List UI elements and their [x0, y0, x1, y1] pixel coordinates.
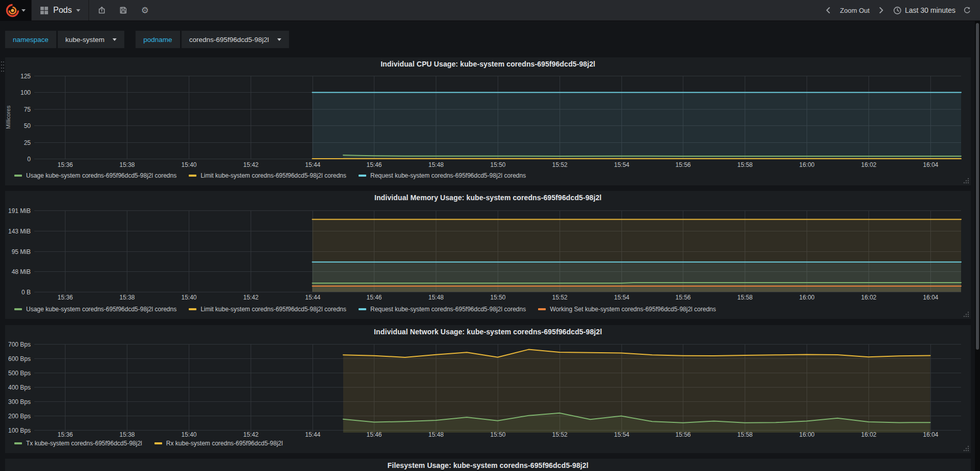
panel-title[interactable]: Filesystem Usage: kube-system coredns-69…	[5, 461, 971, 469]
svg-text:15:54: 15:54	[614, 294, 629, 301]
svg-text:16:02: 16:02	[861, 161, 876, 168]
network-chart-legend: Tx kube-system coredns-695f96dcd5-98j2lR…	[14, 440, 283, 447]
settings-button[interactable]: ⚙	[139, 5, 150, 16]
panel-filesystem-usage: Filesystem Usage: kube-system coredns-69…	[5, 459, 971, 471]
panel-drag-handle[interactable]	[0, 59, 5, 74]
variable-podname-value-text: coredns-695f96dcd5-98j2l	[189, 36, 269, 44]
panel-resize-grip[interactable]	[963, 177, 969, 184]
svg-text:15:44: 15:44	[305, 294, 320, 301]
svg-text:15:46: 15:46	[366, 161, 382, 168]
svg-text:50: 50	[24, 122, 31, 130]
legend-label: Limit kube-system coredns-695f96dcd5-98j…	[201, 306, 346, 313]
chevron-down-icon	[21, 9, 26, 12]
clock-icon	[893, 6, 902, 15]
svg-text:200 Bps: 200 Bps	[8, 413, 31, 420]
network-usage-chart[interactable]: 15:3615:3815:4015:4215:4415:4615:4815:50…	[5, 325, 971, 453]
panel-cpu-usage: Individual CPU Usage: kube-system coredn…	[5, 57, 971, 185]
svg-text:15:38: 15:38	[119, 161, 135, 168]
panel-resize-grip[interactable]	[963, 445, 969, 452]
svg-text:600 Bps: 600 Bps	[8, 355, 31, 362]
svg-text:0 B: 0 B	[21, 289, 31, 296]
legend-color-swatch	[359, 175, 366, 177]
svg-text:400 Bps: 400 Bps	[8, 384, 31, 391]
chevron-down-icon	[277, 38, 281, 41]
scrollbar-thumb[interactable]	[976, 23, 979, 350]
svg-text:125: 125	[20, 73, 31, 80]
svg-text:95 MiB: 95 MiB	[12, 248, 31, 255]
share-icon	[98, 6, 106, 14]
legend-item-working-set[interactable]: Working Set kube-system coredns-695f96dc…	[538, 306, 716, 313]
cpu-chart-legend: Usage kube-system coredns-695f96dcd5-98j…	[14, 172, 526, 179]
svg-text:16:04: 16:04	[923, 294, 938, 301]
legend-color-swatch	[538, 308, 546, 310]
svg-text:100 Bps: 100 Bps	[8, 427, 31, 434]
svg-text:15:56: 15:56	[675, 161, 691, 168]
legend-label: Usage kube-system coredns-695f96dcd5-98j…	[26, 306, 176, 313]
svg-text:15:36: 15:36	[57, 431, 73, 438]
refresh-button[interactable]	[962, 5, 973, 16]
scrollbar-track[interactable]	[975, 21, 980, 471]
variable-namespace-label[interactable]: namespace	[5, 31, 56, 48]
save-button[interactable]	[118, 5, 129, 16]
legend-color-swatch	[189, 308, 196, 310]
svg-text:15:42: 15:42	[243, 294, 258, 301]
time-back-button[interactable]	[822, 5, 834, 16]
variable-podname-value[interactable]: coredns-695f96dcd5-98j2l	[182, 31, 289, 48]
time-range-picker[interactable]: Last 30 minutes	[893, 6, 955, 15]
svg-text:15:44: 15:44	[305, 161, 320, 168]
legend-item-request[interactable]: Request kube-system coredns-695f96dcd5-9…	[359, 172, 526, 179]
template-variables: namespace kube-system podname coredns-69…	[5, 31, 300, 48]
legend-color-swatch	[359, 308, 366, 310]
svg-text:15:52: 15:52	[552, 294, 567, 301]
svg-text:15:58: 15:58	[737, 294, 752, 301]
navbar-actions: ⚙	[89, 0, 158, 20]
svg-text:16:00: 16:00	[799, 161, 814, 168]
svg-text:15:36: 15:36	[57, 294, 73, 301]
svg-text:15:46: 15:46	[366, 294, 382, 301]
variable-podname-label[interactable]: podname	[136, 31, 180, 48]
memory-chart-legend: Usage kube-system coredns-695f96dcd5-98j…	[14, 306, 716, 313]
svg-text:15:42: 15:42	[243, 431, 258, 438]
svg-text:16:00: 16:00	[799, 294, 814, 301]
svg-text:15:52: 15:52	[552, 161, 567, 168]
chevron-left-icon	[825, 7, 831, 14]
chevron-right-icon	[878, 7, 884, 14]
svg-text:75: 75	[24, 106, 31, 113]
svg-text:15:50: 15:50	[490, 161, 505, 168]
legend-item-request[interactable]: Request kube-system coredns-695f96dcd5-9…	[359, 306, 526, 313]
legend-item-limit[interactable]: Limit kube-system coredns-695f96dcd5-98j…	[189, 306, 346, 313]
svg-text:300 Bps: 300 Bps	[8, 398, 31, 405]
dashboard-picker[interactable]: Pods	[32, 0, 89, 20]
svg-text:15:36: 15:36	[57, 161, 73, 168]
legend-item-tx[interactable]: Tx kube-system coredns-695f96dcd5-98j2l	[14, 440, 142, 447]
svg-text:15:54: 15:54	[614, 161, 629, 168]
legend-item-usage[interactable]: Usage kube-system coredns-695f96dcd5-98j…	[14, 172, 176, 179]
svg-text:15:56: 15:56	[675, 294, 691, 301]
legend-item-rx[interactable]: Rx kube-system coredns-695f96dcd5-98j2l	[154, 440, 283, 447]
svg-text:15:38: 15:38	[119, 431, 135, 438]
svg-text:15:48: 15:48	[428, 294, 443, 301]
legend-label: Request kube-system coredns-695f96dcd5-9…	[370, 172, 526, 179]
legend-color-swatch	[189, 175, 196, 177]
legend-color-swatch	[14, 442, 22, 444]
panel-resize-grip[interactable]	[963, 311, 969, 317]
svg-text:15:40: 15:40	[181, 294, 196, 301]
variable-namespace: namespace kube-system	[5, 31, 124, 48]
legend-label: Rx kube-system coredns-695f96dcd5-98j2l	[166, 440, 283, 447]
panel-memory-usage: Individual Memory Usage: kube-system cor…	[5, 191, 971, 319]
zoom-out-button[interactable]: Zoom Out	[840, 7, 870, 14]
svg-text:16:02: 16:02	[861, 294, 876, 301]
legend-item-usage[interactable]: Usage kube-system coredns-695f96dcd5-98j…	[14, 306, 176, 313]
grafana-logo-menu[interactable]	[0, 0, 32, 20]
variable-namespace-value-text: kube-system	[65, 36, 105, 44]
svg-text:191 MiB: 191 MiB	[8, 207, 31, 215]
legend-label: Working Set kube-system coredns-695f96dc…	[550, 306, 716, 313]
svg-text:15:58: 15:58	[737, 161, 752, 168]
share-button[interactable]	[96, 5, 107, 16]
legend-item-limit[interactable]: Limit kube-system coredns-695f96dcd5-98j…	[189, 172, 346, 179]
variable-namespace-value[interactable]: kube-system	[58, 31, 125, 48]
legend-label: Request kube-system coredns-695f96dcd5-9…	[370, 306, 526, 313]
time-forward-button[interactable]	[876, 5, 887, 16]
memory-usage-chart[interactable]: 15:3615:3815:4015:4215:4415:4615:4815:50…	[5, 191, 971, 319]
cpu-usage-chart[interactable]: 15:3615:3815:4015:4215:4415:4615:4815:50…	[5, 57, 971, 185]
